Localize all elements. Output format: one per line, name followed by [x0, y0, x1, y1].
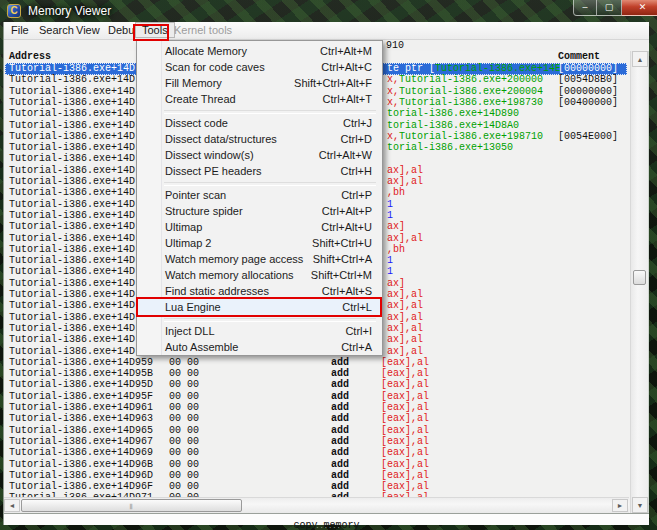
vertical-scroll-thumb[interactable]: [633, 270, 646, 285]
operand-fragment: Tutorial-i386.exe+198730: [399, 97, 543, 108]
address-cell: Tutorial-i386.exe+14D963: [9, 413, 153, 424]
address-cell: Tutorial-i386.exe+14D96B: [9, 459, 153, 470]
menu-item-dissect-code[interactable]: Dissect codeCtrl+J: [138, 115, 381, 131]
menu-item-label: Dissect window(s): [165, 147, 254, 163]
opcode-cell: add: [331, 368, 349, 379]
disasm-row[interactable]: Tutorial-i386.exe+14D96B00 00add[eax],al: [5, 459, 627, 471]
maximize-button[interactable]: ▢: [597, 0, 622, 16]
comment-cell: [0054E000]: [558, 131, 618, 142]
bytes-cell: 00 00: [169, 481, 199, 492]
opcode-cell: add: [331, 402, 349, 413]
menubar-item-file[interactable]: File: [5, 22, 35, 39]
disasm-row[interactable]: Tutorial-i386.exe+14D95900 00add[eax],al: [5, 357, 627, 369]
address-cell: Tutorial-i386.exe+14D96D: [9, 470, 153, 481]
disasm-row[interactable]: Tutorial-i386.exe+14D96700 00add[eax],al: [5, 436, 627, 448]
disasm-row[interactable]: Tutorial-i386.exe+14D95D00 00add[eax],al: [5, 379, 627, 391]
menu-item-shortcut: Ctrl+J: [343, 115, 372, 131]
bytes-cell: 00 00: [169, 391, 199, 402]
menu-item-dissect-window-s[interactable]: Dissect window(s)Ctrl+Alt+W: [138, 147, 381, 163]
operand-fragment: [eax],al: [381, 357, 429, 368]
operand-fragment: 1: [387, 255, 393, 266]
disasm-row[interactable]: Tutorial-i386.exe+14D95B00 00add[eax],al: [5, 368, 627, 380]
menu-item-label: Auto Assemble: [165, 339, 238, 355]
menu-item-structure-spider[interactable]: Structure spiderCtrl+Alt+P: [138, 203, 381, 219]
menu-item-allocate-memory[interactable]: Allocate MemoryCtrl+Alt+M: [138, 43, 381, 59]
address-cell: Tutorial-i386.exe+14D95B: [9, 368, 153, 379]
title-bar: C Memory Viewer – ▢ ✕: [0, 0, 657, 22]
menu-item-watch-memory-page-access[interactable]: Watch memory page accessShift+Ctrl+A: [138, 251, 381, 267]
bytes-cell: 00 00: [169, 379, 199, 390]
annotation-box-lua-engine: [136, 297, 382, 317]
menu-item-create-thread[interactable]: Create ThreadCtrl+Alt+T: [138, 91, 381, 107]
address-cell: Tutorial-i386.exe+14D959: [9, 357, 153, 368]
operand-fragment: ax]: [387, 278, 405, 289]
menu-item-auto-assemble[interactable]: Auto AssembleCtrl+A: [138, 339, 381, 355]
disasm-row[interactable]: Tutorial-i386.exe+14D96500 00add[eax],al: [5, 425, 627, 437]
menu-item-pointer-scan[interactable]: Pointer scanCtrl+P: [138, 187, 381, 203]
address-cell: Tutorial-i386.exe+14D95F: [9, 391, 153, 402]
menu-separator: [164, 110, 376, 114]
operand-fragment: [eax],al: [381, 368, 429, 379]
address-cell: Tutorial-i386.exe+14D: [9, 97, 135, 108]
disasm-row[interactable]: Tutorial-i386.exe+14D96900 00add[eax],al: [5, 447, 627, 459]
address-cell: Tutorial-i386.exe+14D: [9, 334, 135, 345]
disasm-row[interactable]: Tutorial-i386.exe+14D95F00 00add[eax],al: [5, 391, 627, 403]
menu-item-label: Allocate Memory: [165, 43, 247, 59]
address-cell: Tutorial-i386.exe+14D: [9, 255, 135, 266]
address-cell: Tutorial-i386.exe+14D: [9, 176, 135, 187]
address-cell: Tutorial-i386.exe+14D: [9, 86, 135, 97]
menu-item-fill-memory[interactable]: Fill MemoryShift+Ctrl+Alt+F: [138, 75, 381, 91]
comment-cell: [00000000]: [558, 86, 618, 97]
close-button[interactable]: ✕: [622, 0, 657, 16]
address-cell: Tutorial-i386.exe+14D: [9, 312, 135, 323]
operand-fragment: [eax],al: [381, 402, 429, 413]
menu-item-inject-dll[interactable]: Inject DLLCtrl+I: [138, 323, 381, 339]
bytes-cell: 00 00: [169, 425, 199, 436]
address-cell: Tutorial-i386.exe+14D: [9, 300, 135, 311]
address-cell: Tutorial-i386.exe+14D: [9, 289, 135, 300]
menu-item-label: Watch memory page access: [165, 251, 303, 267]
menu-item-dissect-data-structures[interactable]: Dissect data/structuresCtrl+D: [138, 131, 381, 147]
vertical-scrollbar[interactable]: ▲ ▼: [630, 51, 648, 513]
menu-item-scan-for-code-caves[interactable]: Scan for code cavesCtrl+Alt+C: [138, 59, 381, 75]
horizontal-scrollbar[interactable]: ◄ ⦀ ►: [4, 497, 629, 513]
operand-fragment: [eax],al: [381, 413, 429, 424]
horizontal-scroll-thumb[interactable]: ⦀: [21, 499, 242, 512]
scroll-down-arrow-icon[interactable]: ▼: [632, 497, 648, 513]
bytes-cell: 00 00: [169, 459, 199, 470]
menu-item-dissect-pe-headers[interactable]: Dissect PE headersCtrl+H: [138, 163, 381, 179]
operand-fragment: ax],al: [387, 300, 423, 311]
disasm-row[interactable]: Tutorial-i386.exe+14D96F00 00add[eax],al: [5, 481, 627, 493]
bytes-cell: 00 00: [169, 357, 199, 368]
operand-fragment: [eax],al: [381, 470, 429, 481]
opcode-cell: add: [331, 357, 349, 368]
scroll-right-arrow-icon[interactable]: ►: [612, 499, 628, 512]
disasm-row[interactable]: Tutorial-i386.exe+14D96300 00add[eax],al: [5, 413, 627, 425]
opcode-cell: add: [331, 447, 349, 458]
minimize-button[interactable]: –: [573, 0, 597, 16]
operand-fragment: Tutorial-i386.exe+14E: [435, 63, 561, 74]
disasm-row[interactable]: Tutorial-i386.exe+14D96D00 00add[eax],al: [5, 470, 627, 482]
menu-item-shortcut: Shift+Ctrl+Alt+F: [294, 75, 372, 91]
menu-item-watch-memory-allocations[interactable]: Watch memory allocationsShift+Ctrl+M: [138, 267, 381, 283]
comment-cell: [00000000]: [558, 63, 618, 74]
menu-item-ultimap[interactable]: UltimapCtrl+Alt+U: [138, 219, 381, 235]
menubar-item-kernel-tools[interactable]: Kernel tools: [168, 22, 238, 39]
operand-fragment: torial-i386.exe+14D890: [387, 108, 519, 119]
menu-item-shortcut: Ctrl+H: [341, 163, 372, 179]
menubar-item-view[interactable]: View: [70, 22, 106, 39]
operand-fragment: ax],al: [387, 334, 423, 345]
operand-fragment: 1: [387, 210, 393, 221]
disasm-row[interactable]: Tutorial-i386.exe+14D96100 00add[eax],al: [5, 402, 627, 414]
menu-item-shortcut: Ctrl+Alt+C: [321, 59, 372, 75]
operand-fragment: torial-i386.exe+13050: [387, 142, 513, 153]
operand-fragment: ax],al: [387, 176, 423, 187]
menu-item-ultimap-2[interactable]: Ultimap 2Shift+Ctrl+U: [138, 235, 381, 251]
bytes-cell: 00 00: [169, 368, 199, 379]
scroll-left-arrow-icon[interactable]: ◄: [4, 499, 20, 512]
menu-item-label: Pointer scan: [165, 187, 226, 203]
menu-item-label: Create Thread: [165, 91, 236, 107]
scroll-up-arrow-icon[interactable]: ▲: [632, 51, 648, 67]
address-cell: Tutorial-i386.exe+14D96F: [9, 481, 153, 492]
address-cell: Tutorial-i386.exe+14D: [9, 221, 135, 232]
